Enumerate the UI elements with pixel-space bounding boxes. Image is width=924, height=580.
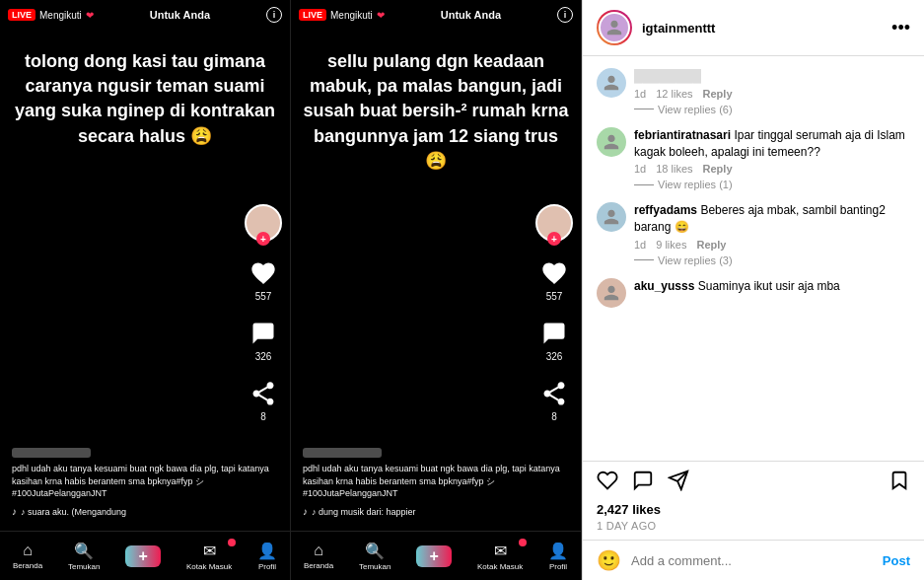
tiktok-nav-1: ⌂ Beranda 🔍 Temukan + ✉ Kotak Masuk 👤 Pr… <box>0 531 290 580</box>
comment-button-1[interactable]: 326 <box>248 318 279 362</box>
username-bar-2 <box>303 448 382 458</box>
comment-reply-2[interactable]: Reply <box>696 239 726 251</box>
comment-avatar-3[interactable] <box>597 278 626 308</box>
nav-profil-1[interactable]: 👤 Profil <box>257 542 277 571</box>
ig-comment-input-row: 🙂 Post <box>583 540 924 580</box>
info-icon-2[interactable]: i <box>557 7 573 23</box>
share-button-2[interactable]: 8 <box>538 378 570 422</box>
nav-profil-label-1: Profil <box>258 562 276 571</box>
tiktok-topbar-2: LIVE Mengikuti ❤ Untuk Anda i <box>291 0 581 30</box>
info-icon-1[interactable]: i <box>266 7 282 23</box>
comment-content-1: febriantiratnasari Ipar tinggal serumah … <box>634 127 910 191</box>
avatar-icon-2[interactable]: + <box>535 204 573 242</box>
comment-block-3: aku_yusss Suaminya ikut usir aja mba <box>597 278 910 308</box>
plus-button-2[interactable]: + <box>416 545 452 567</box>
follow-label-1[interactable]: Mengikuti <box>39 10 82 21</box>
tiktok-bottom-1: pdhl udah aku tanya kesuami buat ngk baw… <box>0 448 290 521</box>
ig-username[interactable]: igtainmenttt <box>642 21 715 36</box>
poster-avatar-1: + <box>245 204 282 242</box>
topbar-left-1: LIVE Mengikuti ❤ <box>8 9 94 21</box>
comment-reply-0[interactable]: Reply <box>703 88 733 100</box>
view-replies-2[interactable]: View replies (3) <box>634 254 910 266</box>
post-button[interactable]: Post <box>883 553 910 568</box>
home-icon-2: ⌂ <box>314 542 323 559</box>
view-replies-0[interactable]: View replies (6) <box>634 104 910 115</box>
tiktok-right-icons-2: + 557 326 8 <box>535 204 573 422</box>
ig-bookmark-icon[interactable] <box>888 470 910 496</box>
music-text-1: ♪ suara aku. (Mengandung <box>21 507 126 517</box>
view-replies-text-1[interactable]: View replies (1) <box>658 179 733 190</box>
replies-line-1 <box>634 184 654 185</box>
ig-share-icon[interactable] <box>668 470 689 496</box>
avatar-icon-1[interactable]: + <box>245 204 282 242</box>
untuk-anda-1[interactable]: Untuk Anda <box>150 9 210 21</box>
ig-comments-section: ████████ 1d 12 likes Reply View replies … <box>583 56 924 461</box>
replies-line-2 <box>634 259 654 260</box>
nav-temukan-1[interactable]: 🔍 Temukan <box>68 542 100 571</box>
view-replies-1[interactable]: View replies (1) <box>634 179 910 190</box>
comment-text-2: reffyadams Beberes aja mbak, sambil bant… <box>634 202 910 236</box>
inbox-icon-2: ✉ <box>494 542 507 560</box>
inbox-badge-dot-1 <box>228 539 236 546</box>
view-replies-text-0[interactable]: View replies (6) <box>658 104 733 115</box>
music-note-1: ♪ <box>12 506 17 517</box>
comment-block-0: ████████ 1d 12 likes Reply View replies … <box>597 68 910 115</box>
nav-kotak-label-2: Kotak Masuk <box>477 562 523 571</box>
tiktok-panel: LIVE Mengikuti ❤ Untuk Anda i tolong don… <box>0 0 582 580</box>
comment-avatar-0[interactable] <box>597 68 626 98</box>
tiktok-topbar-1: LIVE Mengikuti ❤ Untuk Anda i <box>0 0 290 30</box>
comment-avatar-2[interactable] <box>597 202 626 232</box>
nav-kotak-masuk-2[interactable]: ✉ Kotak Masuk <box>477 542 523 571</box>
comment-avatar-1[interactable] <box>597 127 626 157</box>
comment-content-0: ████████ 1d 12 likes Reply View replies … <box>634 68 910 115</box>
plus-button-1[interactable]: + <box>125 545 161 567</box>
ig-action-row <box>597 470 910 496</box>
nav-temukan-label-1: Temukan <box>68 562 100 571</box>
comment-content-3: aku_yusss Suaminya ikut usir aja mba <box>634 278 910 308</box>
nav-profil-label-2: Profil <box>549 562 567 571</box>
avatar-plus-2: + <box>547 232 561 246</box>
comment-user-2[interactable]: reffyadams <box>634 203 700 217</box>
nav-beranda-2[interactable]: ⌂ Beranda <box>304 542 333 570</box>
comment-block-1: febriantiratnasari Ipar tinggal serumah … <box>597 127 910 191</box>
comment-input[interactable] <box>631 553 873 568</box>
music-text-2: ♪ dung musik dari: happier <box>312 507 416 517</box>
untuk-anda-2[interactable]: Untuk Anda <box>441 9 501 21</box>
comment-time-0: 1d <box>634 88 646 100</box>
comment-reply-1[interactable]: Reply <box>703 163 733 175</box>
comment-count-1: 326 <box>255 351 272 362</box>
tiktok-bottom-2: pdhl udah aku tanya kesuami buat ngk baw… <box>291 448 581 521</box>
nav-beranda-1[interactable]: ⌂ Beranda <box>13 542 42 570</box>
tiktok-main-text-1: tolong dong kasi tau gimana caranya ngus… <box>12 49 278 149</box>
poster-avatar-2: + <box>535 204 573 242</box>
avatar-plus-1: + <box>256 232 270 246</box>
ig-header: igtainmenttt ••• <box>583 0 924 56</box>
nav-plus-1[interactable]: + <box>125 545 161 567</box>
view-replies-text-2[interactable]: View replies (3) <box>658 254 733 266</box>
comment-user-1[interactable]: febriantiratnasari <box>634 128 734 142</box>
comment-user-3[interactable]: aku_yusss <box>634 279 698 293</box>
ig-comment-icon[interactable] <box>632 470 654 496</box>
like-button-1[interactable]: 557 <box>248 257 279 302</box>
like-button-2[interactable]: 557 <box>538 257 570 302</box>
nav-profil-2[interactable]: 👤 Profil <box>548 542 568 571</box>
comment-meta-0: 1d 12 likes Reply <box>634 88 910 100</box>
share-button-1[interactable]: 8 <box>248 378 279 422</box>
comment-button-2[interactable]: 326 <box>538 318 570 362</box>
heart-icon-2 <box>538 257 570 289</box>
comment-block-2: reffyadams Beberes aja mbak, sambil bant… <box>597 202 910 266</box>
nav-kotak-masuk-1[interactable]: ✉ Kotak Masuk <box>186 542 232 571</box>
ig-like-icon[interactable] <box>597 470 618 496</box>
emoji-icon[interactable]: 🙂 <box>597 548 621 572</box>
instagram-panel: igtainmenttt ••• ████████ 1d 12 likes Re… <box>582 0 924 580</box>
nav-plus-2[interactable]: + <box>416 545 452 567</box>
share-count-1: 8 <box>260 411 266 422</box>
ig-more-button[interactable]: ••• <box>891 19 910 36</box>
like-count-1: 557 <box>255 291 272 302</box>
follow-label-2[interactable]: Mengikuti <box>330 10 373 21</box>
ig-avatar[interactable] <box>597 10 632 45</box>
replies-line-0 <box>634 109 654 109</box>
nav-temukan-2[interactable]: 🔍 Temukan <box>359 542 391 571</box>
comment-likes-0: 12 likes <box>656 88 692 100</box>
ig-likes-count: 2,427 likes <box>597 502 910 517</box>
